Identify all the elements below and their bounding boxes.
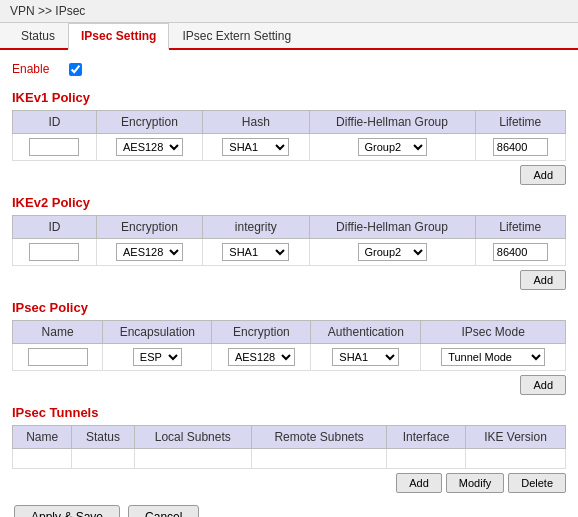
ikev1-encryption-select[interactable]: AES128AES192AES2563DESDES	[116, 138, 183, 156]
ikev2-dh-select[interactable]: Group2Group5Group14	[358, 243, 427, 261]
ikev2-id-input[interactable]	[29, 243, 79, 261]
tunnels-table: Name Status Local Subnets Remote Subnets…	[12, 425, 566, 469]
ikev1-row: AES128AES192AES2563DESDES SHA1SHA256MD5 …	[13, 134, 566, 161]
ikev2-table: ID Encryption integrity Diffie-Hellman G…	[12, 215, 566, 266]
ikev1-title: IKEv1 Policy	[12, 90, 566, 105]
tunnels-section: IPsec Tunnels Name Status Local Subnets …	[12, 405, 566, 493]
ipsec-table: Name Encapsulation Encryption Authentica…	[12, 320, 566, 371]
ikev2-title: IKEv2 Policy	[12, 195, 566, 210]
ikev2-encryption-select[interactable]: AES128AES192AES2563DES	[116, 243, 183, 261]
tunnels-col-local: Local Subnets	[134, 426, 252, 449]
enable-checkbox[interactable]	[69, 63, 82, 76]
ikev1-col-id: ID	[13, 111, 97, 134]
enable-label: Enable	[12, 62, 49, 76]
ikev2-col-id: ID	[13, 216, 97, 239]
ipsec-section: IPsec Policy Name Encapsulation Encrypti…	[12, 300, 566, 395]
ipsec-row: ESPAH AES128AES192AES2563DES SHA1SHA256M…	[13, 344, 566, 371]
tab-ipsec-setting[interactable]: IPsec Setting	[68, 23, 169, 50]
ikev2-col-dh: Diffie-Hellman Group	[309, 216, 475, 239]
ipsec-encryption-select[interactable]: AES128AES192AES2563DES	[228, 348, 295, 366]
tab-status[interactable]: Status	[8, 23, 68, 50]
ikev1-col-lifetime: Lifetime	[475, 111, 565, 134]
tunnels-modify-button[interactable]: Modify	[446, 473, 504, 493]
ipsec-name-input[interactable]	[28, 348, 88, 366]
tab-ipsec-extern[interactable]: IPsec Extern Setting	[169, 23, 304, 50]
tunnels-empty-row	[13, 449, 566, 469]
ipsec-col-auth: Authentication	[311, 321, 421, 344]
ipsec-auth-select[interactable]: SHA1SHA256MD5	[332, 348, 399, 366]
ikev2-lifetime-input[interactable]	[493, 243, 548, 261]
ipsec-title: IPsec Policy	[12, 300, 566, 315]
tunnels-col-iface: Interface	[387, 426, 466, 449]
tab-bar: Status IPsec Setting IPsec Extern Settin…	[0, 23, 578, 50]
ikev1-id-input[interactable]	[29, 138, 79, 156]
tunnels-col-ike: IKE Version	[466, 426, 566, 449]
ikev2-col-lifetime: Lifetime	[475, 216, 565, 239]
apply-save-button[interactable]: Apply & Save	[14, 505, 120, 517]
ikev2-col-integrity: integrity	[203, 216, 309, 239]
ikev2-col-enc: Encryption	[96, 216, 202, 239]
ikev2-row: AES128AES192AES2563DES SHA1SHA256MD5 Gro…	[13, 239, 566, 266]
ikev1-add-button[interactable]: Add	[520, 165, 566, 185]
ikev1-col-enc: Encryption	[96, 111, 202, 134]
tunnels-col-status: Status	[72, 426, 134, 449]
enable-row: Enable	[12, 58, 566, 80]
tunnels-col-remote: Remote Subnets	[252, 426, 387, 449]
ikev1-table: ID Encryption Hash Diffie-Hellman Group …	[12, 110, 566, 161]
ipsec-col-mode: IPsec Mode	[421, 321, 566, 344]
footer-buttons: Apply & Save Cancel	[12, 505, 566, 517]
tunnels-col-name: Name	[13, 426, 72, 449]
ikev1-col-dh: Diffie-Hellman Group	[309, 111, 475, 134]
ikev1-dh-select[interactable]: Group2Group5Group14	[358, 138, 427, 156]
ikev2-section: IKEv2 Policy ID Encryption integrity Dif…	[12, 195, 566, 290]
ipsec-col-name: Name	[13, 321, 103, 344]
ikev1-lifetime-input[interactable]	[493, 138, 548, 156]
tunnels-title: IPsec Tunnels	[12, 405, 566, 420]
ikev2-add-button[interactable]: Add	[520, 270, 566, 290]
tunnels-delete-button[interactable]: Delete	[508, 473, 566, 493]
ikev1-col-hash: Hash	[203, 111, 309, 134]
tunnels-add-button[interactable]: Add	[396, 473, 442, 493]
ipsec-col-enc: Encryption	[212, 321, 311, 344]
cancel-button[interactable]: Cancel	[128, 505, 199, 517]
breadcrumb: VPN >> IPsec	[0, 0, 578, 23]
ipsec-add-button[interactable]: Add	[520, 375, 566, 395]
ipsec-col-encap: Encapsulation	[103, 321, 212, 344]
ikev1-hash-select[interactable]: SHA1SHA256MD5	[222, 138, 289, 156]
ikev2-integrity-select[interactable]: SHA1SHA256MD5	[222, 243, 289, 261]
ipsec-encap-select[interactable]: ESPAH	[133, 348, 182, 366]
ikev1-section: IKEv1 Policy ID Encryption Hash Diffie-H…	[12, 90, 566, 185]
ipsec-mode-select[interactable]: Tunnel ModeTransport Mode	[441, 348, 545, 366]
